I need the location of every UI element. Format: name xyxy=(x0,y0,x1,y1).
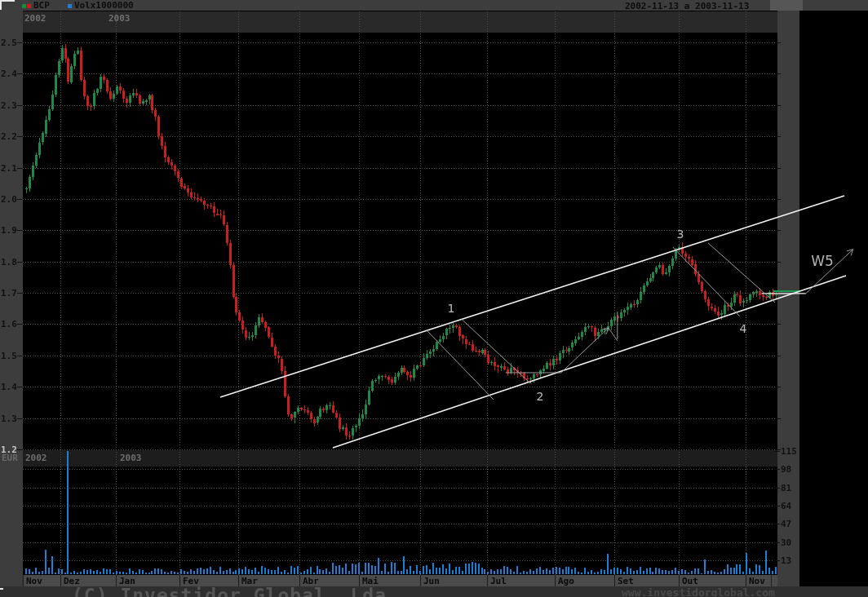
stock-chart-app: BCPVolx1000000 2002-11-13 a 2003-11-13 2… xyxy=(0,0,868,597)
chart-canvas[interactable] xyxy=(0,0,868,597)
